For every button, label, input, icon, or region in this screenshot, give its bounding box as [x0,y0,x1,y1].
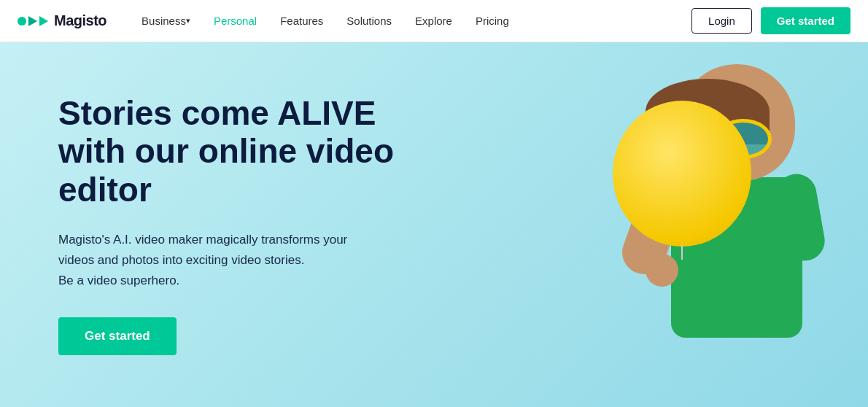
nav-link-explore[interactable]: Explore [403,0,464,42]
hero-title: Stories come ALIVE with our online video… [58,94,423,210]
nav-link-features[interactable]: Features [268,0,335,42]
navbar: Magisto Business Personal Features Solut… [0,0,868,42]
get-started-nav-button[interactable]: Get started [761,7,850,34]
login-button[interactable]: Login [691,8,752,34]
get-started-hero-button[interactable]: Get started [58,317,177,355]
logo-dot [18,17,26,26]
hero-content: Stories come ALIVE with our online video… [0,94,423,356]
logo-play-teal-icon [28,16,37,26]
hero-subtitle: Magisto's A.I. video maker magically tra… [58,230,423,291]
balloon-decoration [613,101,751,247]
nav-actions: Login Get started [691,7,850,34]
logo-text: Magisto [54,12,106,29]
logo-icon [18,16,48,26]
kid-hand [646,254,678,287]
nav-link-pricing[interactable]: Pricing [464,0,521,42]
hero-section: Stories come ALIVE with our online video… [0,42,868,407]
logo[interactable]: Magisto [18,12,106,29]
nav-links: Business Personal Features Solutions Exp… [130,0,691,42]
logo-play-green-icon [39,16,48,26]
hero-image [489,42,868,407]
nav-link-solutions[interactable]: Solutions [335,0,403,42]
nav-link-personal[interactable]: Personal [202,0,268,42]
nav-link-business[interactable]: Business [130,0,202,42]
